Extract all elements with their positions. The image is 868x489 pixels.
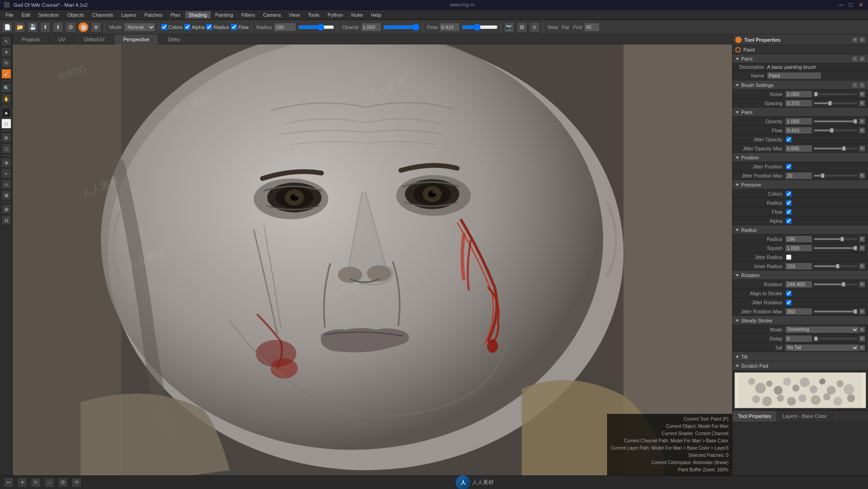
position-section-header[interactable]: ▼ Position <box>733 153 868 162</box>
jitter-rotation-checkbox[interactable] <box>786 300 791 305</box>
jitter-position-max-reset[interactable]: R <box>859 173 865 179</box>
steady-mode-reset[interactable]: R <box>859 326 865 333</box>
panel-add-btn[interactable]: + <box>852 37 858 43</box>
steady-stroke-header[interactable]: ▼ Steady Stroke <box>733 316 868 325</box>
minimize-button[interactable]: ─ <box>837 1 844 9</box>
tilt-section-header[interactable]: ▼ Tilt <box>733 352 868 361</box>
tab-projects[interactable]: Projects <box>13 34 49 44</box>
layers-button[interactable]: ≡ <box>529 22 540 33</box>
projection-tool[interactable]: ⊠ <box>1 190 11 200</box>
smear-tool[interactable]: ≈ <box>1 168 11 178</box>
paint-button[interactable]: ⬤ <box>78 22 89 33</box>
steady-mode-dropdown[interactable]: Smoothing None Stabilize <box>785 326 859 333</box>
scratch-pad-section[interactable]: ▼ Scratch Pad <box>733 361 868 370</box>
transform-tool[interactable]: ✛ <box>1 47 11 57</box>
name-input[interactable] <box>767 72 821 79</box>
tab-tool-properties[interactable]: Tool Properties <box>733 411 777 422</box>
menu-filters[interactable]: Filters <box>238 11 259 19</box>
menu-shading[interactable]: Shading <box>185 11 211 19</box>
jitter-opacity-max-input[interactable] <box>785 145 812 152</box>
alpha-checkbox[interactable] <box>184 24 190 30</box>
menu-tools[interactable]: Tools <box>304 11 323 19</box>
view-tool-2[interactable]: ⊟ <box>1 215 11 225</box>
clone-tool[interactable]: ⊕ <box>1 158 11 168</box>
squish-reset[interactable]: R <box>859 245 865 251</box>
menu-nuke[interactable]: Nuke <box>347 11 366 19</box>
paint-opt-btn[interactable]: ≡ <box>859 56 865 62</box>
inner-radius-track[interactable] <box>814 265 857 267</box>
move-button[interactable]: ✛ <box>17 478 27 488</box>
squish-input[interactable] <box>785 244 812 252</box>
steady-tail-dropdown[interactable]: No Tail Tail <box>785 344 859 351</box>
fov-input[interactable] <box>584 23 600 32</box>
spacing-input[interactable] <box>785 100 812 107</box>
refresh-btn[interactable]: ⟳ <box>72 478 82 488</box>
menu-layers[interactable]: Layers <box>118 11 140 19</box>
flow-slider[interactable] <box>462 24 498 31</box>
mode-dropdown[interactable]: Normal Multiply Screen <box>124 23 155 32</box>
jitter-rotation-max-reset[interactable]: R <box>859 308 865 315</box>
paint-sub-header[interactable]: ▼ Paint <box>733 108 868 117</box>
flow-input[interactable] <box>439 23 460 32</box>
white-square[interactable]: □ <box>1 119 11 129</box>
opacity-slider-track[interactable] <box>814 120 857 122</box>
opacity-prop-input[interactable] <box>785 118 812 125</box>
menu-edit[interactable]: Edit <box>18 11 34 19</box>
select-tool[interactable]: ↖ <box>1 36 11 46</box>
flow-checkbox[interactable] <box>231 24 237 30</box>
paint-section-header[interactable]: ▼ Paint + ≡ <box>733 54 868 63</box>
colors-checkbox[interactable] <box>161 24 167 30</box>
tab-perspective[interactable]: Perspective <box>114 34 159 44</box>
menu-channels[interactable]: Channels <box>88 11 116 19</box>
noise-input[interactable] <box>785 91 812 98</box>
jitter-opacity-checkbox[interactable] <box>786 137 791 142</box>
color-picker-tool[interactable]: ■ <box>1 108 11 118</box>
steady-delay-input[interactable] <box>785 335 812 342</box>
jitter-opacity-max-track[interactable] <box>814 148 857 149</box>
save-button[interactable]: 💾 <box>27 22 38 33</box>
opacity-reset[interactable]: R <box>859 118 865 125</box>
opacity-input[interactable] <box>361 23 381 32</box>
snap-button[interactable]: 📷 <box>504 22 515 33</box>
jitter-opacity-max-reset[interactable]: R <box>859 145 865 152</box>
noise-reset[interactable]: R <box>859 91 865 97</box>
paint-tool[interactable]: 🖌 <box>1 69 11 79</box>
eraser-tool[interactable]: ◻ <box>1 144 11 153</box>
pressure-radius-checkbox[interactable] <box>786 200 791 206</box>
inner-radius-reset[interactable]: R <box>859 263 865 269</box>
rotation-reset[interactable]: R <box>859 281 865 288</box>
pressure-section-header[interactable]: ▼ Pressure <box>733 180 868 189</box>
flatten-tool[interactable]: ▭ <box>1 179 11 189</box>
new-button[interactable]: 📄 <box>2 22 13 33</box>
radius-slider[interactable] <box>298 24 334 31</box>
rotate-tool[interactable]: ↻ <box>1 58 11 68</box>
opacity-slider[interactable] <box>383 24 420 31</box>
close-button[interactable]: ✕ <box>857 1 864 9</box>
align-stroke-checkbox[interactable] <box>786 291 791 296</box>
menu-python[interactable]: Python <box>324 11 347 19</box>
rotation-input[interactable] <box>785 281 812 288</box>
rotate-btn[interactable]: ↻ <box>31 478 41 488</box>
pressure-alpha-checkbox[interactable] <box>786 218 791 224</box>
menu-objects[interactable]: Objects <box>63 11 87 19</box>
jitter-position-max-track[interactable] <box>814 175 857 177</box>
menu-patches[interactable]: Patches <box>141 11 166 19</box>
menu-ptex[interactable]: Ptex <box>167 11 184 19</box>
settings-btn2[interactable]: ○ <box>44 478 54 488</box>
tab-ortho[interactable]: Ortho <box>159 34 190 44</box>
save-incr-button[interactable]: ⬆ <box>40 22 51 33</box>
menu-help[interactable]: Help <box>367 11 385 19</box>
zoom-tool[interactable]: 🔍 <box>1 83 11 93</box>
menu-painting[interactable]: Painting <box>212 11 237 19</box>
jitter-rotation-max-input[interactable] <box>785 308 812 315</box>
scratch-pad-canvas[interactable] <box>734 372 866 408</box>
jitter-position-checkbox[interactable] <box>786 164 791 169</box>
flow-prop-input[interactable] <box>785 127 812 134</box>
radius-checkbox[interactable] <box>206 24 212 30</box>
steady-delay-reset[interactable]: R <box>859 336 865 342</box>
open-button[interactable]: 📂 <box>14 22 25 33</box>
spacing-reset[interactable]: R <box>859 100 865 106</box>
tab-uv[interactable]: UV <box>49 34 75 44</box>
gear-btn[interactable]: ⚙ <box>58 478 68 488</box>
squish-track[interactable] <box>814 247 857 249</box>
